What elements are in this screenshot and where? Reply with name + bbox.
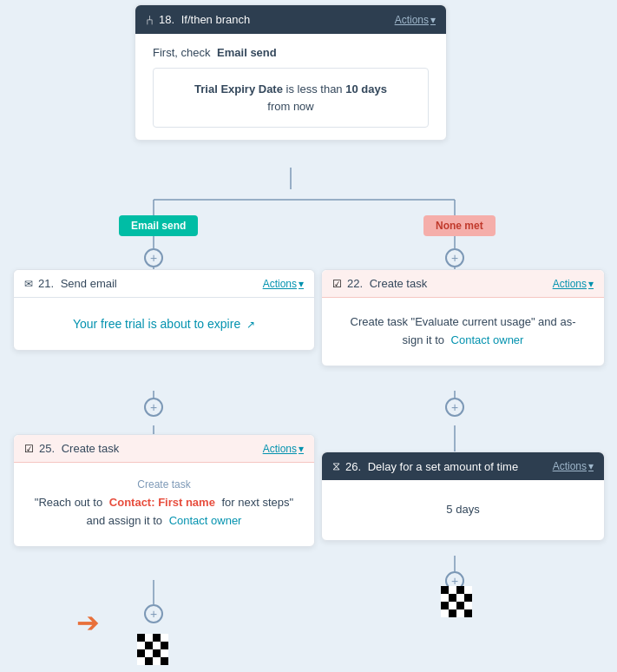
send-email-title-text: Send email (61, 277, 117, 290)
create-task-25-title: ☑ 25. Create task (24, 442, 119, 455)
svg-rect-29 (161, 657, 168, 665)
ifthen-actions-button[interactable]: Actions ▾ (395, 14, 436, 26)
delay-title: ⧖ 26. Delay for a set amount of time (332, 459, 518, 473)
email-icon: ✉ (24, 278, 33, 290)
create-task-22-body: Create task "Evaluate current usage" and… (322, 298, 604, 366)
plus-after-email-send-label[interactable]: + (144, 248, 163, 267)
external-link-icon: ↗ (246, 319, 255, 331)
svg-rect-43 (449, 609, 456, 617)
create-task-25-label: Create task (28, 478, 300, 491)
svg-rect-38 (441, 602, 449, 609)
create-task-25-card: ☑ 25. Create task Actions ▾ Create task … (13, 434, 315, 547)
create-task-22-number: 22. (347, 277, 363, 290)
svg-rect-27 (145, 657, 153, 665)
email-send-branch-label: Email send (119, 215, 198, 236)
svg-rect-39 (449, 602, 456, 609)
svg-rect-45 (464, 609, 472, 617)
check-bold: Email send (217, 46, 277, 59)
delay-number: 26. (345, 460, 361, 473)
create-task-25-body-text1: "Reach out to (35, 496, 102, 509)
checkered-flag-left (137, 634, 168, 668)
svg-rect-15 (145, 634, 153, 642)
condition-text3: 10 days (345, 82, 387, 96)
create-task-25-contact-owner: Contact owner (169, 514, 242, 527)
create-task-22-actions-button[interactable]: Actions ▾ (553, 278, 594, 290)
send-email-header: ✉ 21. Send email Actions ▾ (14, 270, 314, 298)
branch-icon: ⑃ (146, 12, 154, 27)
create-task-22-body-text1: Create task "Evaluate current usage" and… (351, 315, 576, 328)
send-email-actions-button[interactable]: Actions ▾ (263, 278, 304, 290)
delay-card: ⧖ 26. Delay for a set amount of time Act… (321, 451, 605, 541)
condition-text4: from now (267, 100, 313, 113)
plus-after-none-met-label[interactable]: + (445, 248, 464, 267)
svg-rect-33 (464, 586, 472, 594)
free-trial-link[interactable]: Your free trial is about to expire ↗ (73, 317, 255, 331)
delay-icon: ⧖ (332, 459, 340, 473)
send-email-title: ✉ 21. Send email (24, 277, 117, 290)
svg-rect-19 (145, 642, 153, 649)
delay-actions-button[interactable]: Actions ▾ (553, 460, 594, 472)
svg-rect-18 (137, 642, 145, 649)
svg-rect-28 (153, 657, 161, 665)
none-met-branch-label: None met (423, 215, 496, 236)
svg-rect-44 (456, 609, 464, 617)
svg-rect-30 (441, 586, 449, 594)
create-task-25-body-text2: for next steps" (222, 496, 294, 509)
delay-title-text: Delay for a set amount of time (368, 460, 518, 473)
svg-rect-35 (449, 594, 456, 602)
create-task-25-actions-button[interactable]: Actions ▾ (263, 443, 304, 455)
create-task-22-contact-owner: Contact owner (451, 333, 524, 346)
create-task-22-title: ☑ 22. Create task (332, 277, 427, 290)
svg-rect-25 (161, 649, 168, 657)
create-task-25-number: 25. (39, 442, 55, 455)
create-task-25-body: Create task "Reach out to Contact: First… (14, 463, 314, 546)
svg-rect-20 (153, 642, 161, 649)
send-email-body: Your free trial is about to expire ↗ (14, 298, 314, 350)
create-task-25-body-text3: and assign it to (87, 514, 162, 527)
svg-rect-32 (456, 586, 464, 594)
condition-text2: is less than (286, 82, 343, 96)
delay-body-text: 5 days (446, 503, 479, 516)
svg-rect-16 (153, 634, 161, 642)
svg-rect-26 (137, 657, 145, 665)
svg-rect-21 (161, 642, 168, 649)
send-email-card: ✉ 21. Send email Actions ▾ Your free tri… (13, 269, 315, 351)
create-task-25-title-text: Create task (62, 442, 119, 455)
plus-after-create-task-25[interactable]: + (144, 604, 163, 623)
ifthen-body: First, check Email send Trial Expiry Dat… (135, 34, 446, 140)
arrow-indicator: ➔ (76, 606, 100, 639)
svg-rect-40 (456, 602, 464, 609)
svg-rect-41 (464, 602, 472, 609)
task-icon-25: ☑ (24, 443, 34, 455)
create-task-22-body-text2: sign it to (403, 333, 444, 346)
check-label: First, check (153, 46, 210, 59)
plus-after-send-email[interactable]: + (144, 398, 163, 417)
task-icon-22: ☑ (332, 278, 342, 290)
create-task-25-contact-name: Contact: First name (109, 496, 215, 509)
send-email-number: 21. (38, 277, 54, 290)
svg-rect-14 (137, 634, 145, 642)
ifthen-branch-card: ⑃ 18. If/then branch Actions ▾ First, ch… (135, 4, 447, 141)
delay-body: 5 days (322, 480, 604, 540)
plus-after-create-task-22[interactable]: + (445, 398, 464, 417)
delay-header: ⧖ 26. Delay for a set amount of time Act… (322, 452, 604, 480)
svg-rect-22 (137, 649, 145, 657)
create-task-25-header: ☑ 25. Create task Actions ▾ (14, 435, 314, 463)
ifthen-title: ⑃ 18. If/then branch (146, 12, 250, 27)
ifthen-number: 18. (159, 13, 174, 26)
condition-text1: Trial Expiry Date (194, 82, 283, 96)
svg-rect-24 (153, 649, 161, 657)
svg-rect-17 (161, 634, 168, 642)
svg-rect-36 (456, 594, 464, 602)
create-task-22-header: ☑ 22. Create task Actions ▾ (322, 270, 604, 298)
create-task-22-card: ☑ 22. Create task Actions ▾ Create task … (321, 269, 605, 366)
svg-rect-37 (464, 594, 472, 602)
ifthen-header: ⑃ 18. If/then branch Actions ▾ (135, 5, 446, 34)
svg-rect-34 (441, 594, 449, 602)
svg-rect-23 (145, 649, 153, 657)
svg-rect-31 (449, 586, 456, 594)
svg-rect-42 (441, 609, 449, 617)
workflow-canvas: ⑃ 18. If/then branch Actions ▾ First, ch… (0, 0, 617, 672)
create-task-22-title-text: Create task (370, 277, 427, 290)
condition-box: Trial Expiry Date is less than 10 days f… (153, 68, 429, 128)
